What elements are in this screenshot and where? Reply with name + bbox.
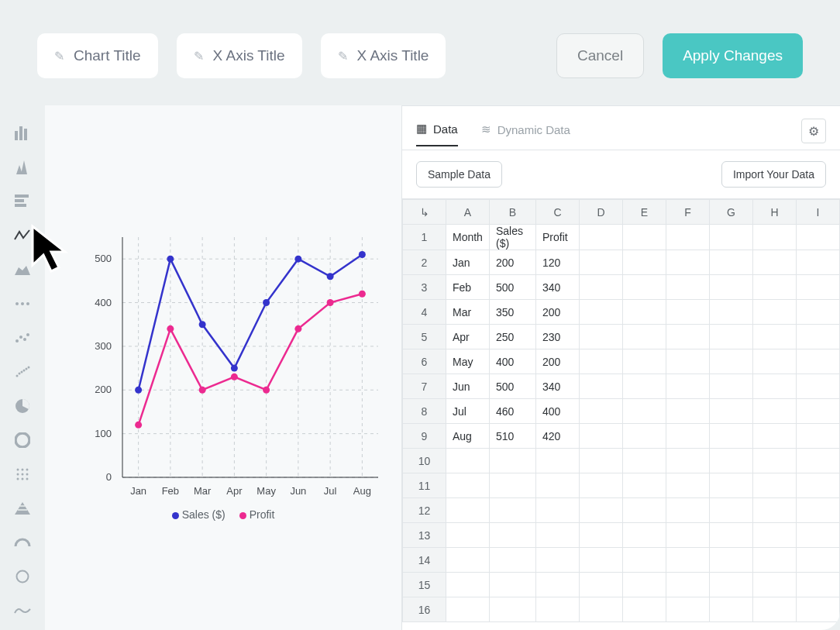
cell[interactable]: 200	[536, 300, 580, 325]
cell[interactable]: Profit	[536, 225, 580, 250]
cell[interactable]	[753, 399, 797, 424]
cell[interactable]	[536, 548, 580, 573]
row-header[interactable]: 14	[403, 548, 446, 573]
cell[interactable]	[580, 473, 623, 498]
cell[interactable]	[710, 473, 753, 498]
x-axis-title-input[interactable]: ✎ X Axis Title	[177, 33, 302, 78]
cell[interactable]	[710, 399, 753, 424]
cell[interactable]	[446, 597, 490, 622]
cell[interactable]	[623, 300, 666, 325]
cell[interactable]	[797, 399, 840, 424]
y-axis-title-input[interactable]: ✎ X Axis Title	[321, 33, 446, 78]
cell[interactable]: Feb	[446, 275, 490, 300]
col-header[interactable]: E	[623, 200, 666, 225]
row-header[interactable]: 5	[403, 325, 446, 349]
cell[interactable]	[623, 573, 666, 597]
cell[interactable]: Jul	[446, 399, 490, 424]
sample-data-button[interactable]: Sample Data	[416, 161, 502, 188]
cell[interactable]: 420	[536, 424, 580, 449]
cell[interactable]: Jan	[446, 250, 490, 275]
cell[interactable]: 500	[490, 275, 536, 300]
cell[interactable]	[710, 597, 753, 622]
cell[interactable]	[580, 374, 623, 399]
cell[interactable]: Mar	[446, 300, 490, 325]
row-header[interactable]: 8	[403, 399, 446, 424]
cell[interactable]	[710, 250, 753, 275]
row-header[interactable]: 6	[403, 349, 446, 374]
cell[interactable]	[753, 325, 797, 349]
horizontal-bar-icon[interactable]	[12, 191, 33, 212]
grid-icon[interactable]	[12, 463, 33, 485]
cell[interactable]	[666, 250, 710, 275]
row-header[interactable]: 4	[403, 300, 446, 325]
cell[interactable]	[666, 300, 710, 325]
cell[interactable]	[623, 325, 666, 349]
cell[interactable]: 400	[490, 349, 536, 374]
cell[interactable]	[580, 523, 623, 548]
cell[interactable]	[623, 523, 666, 548]
cell[interactable]	[623, 548, 666, 573]
cell[interactable]	[536, 573, 580, 597]
cell[interactable]	[710, 424, 753, 449]
cell[interactable]	[580, 225, 623, 250]
cell[interactable]	[623, 275, 666, 300]
cell[interactable]	[710, 325, 753, 349]
cell[interactable]	[536, 597, 580, 622]
pie-chart-icon[interactable]	[12, 395, 33, 417]
cell[interactable]: Month	[446, 225, 490, 250]
cell[interactable]	[580, 573, 623, 597]
cell[interactable]	[446, 523, 490, 548]
cell[interactable]: 200	[490, 250, 536, 275]
cell[interactable]	[797, 523, 840, 548]
cell[interactable]: 120	[536, 250, 580, 275]
row-header[interactable]: 11	[403, 473, 446, 498]
cell[interactable]: Jun	[446, 374, 490, 399]
settings-button[interactable]: ⚙	[801, 119, 826, 143]
cell[interactable]	[710, 349, 753, 374]
col-header[interactable]: F	[666, 200, 710, 225]
cell[interactable]	[666, 548, 710, 573]
cell[interactable]	[753, 349, 797, 374]
cell[interactable]	[623, 349, 666, 374]
cell[interactable]	[446, 498, 490, 523]
cell[interactable]	[623, 449, 666, 473]
cell[interactable]	[753, 573, 797, 597]
cell[interactable]	[666, 498, 710, 523]
cell[interactable]	[797, 597, 840, 622]
cell[interactable]	[797, 275, 840, 300]
tab-dynamic-data[interactable]: ≋ Dynamic Data	[481, 122, 570, 146]
cell[interactable]	[536, 473, 580, 498]
cell[interactable]: Sales ($)	[490, 225, 536, 250]
cell[interactable]	[446, 473, 490, 498]
cell[interactable]	[490, 548, 536, 573]
cell[interactable]	[797, 300, 840, 325]
cell[interactable]	[666, 399, 710, 424]
pyramid-icon[interactable]	[12, 497, 33, 519]
cell[interactable]	[710, 548, 753, 573]
col-header[interactable]: A	[446, 200, 490, 225]
cell[interactable]	[580, 449, 623, 473]
cell[interactable]	[710, 225, 753, 250]
cell[interactable]: 340	[536, 275, 580, 300]
cell[interactable]	[797, 424, 840, 449]
cell[interactable]: 400	[536, 399, 580, 424]
cell[interactable]	[666, 573, 710, 597]
cell[interactable]	[710, 523, 753, 548]
cell[interactable]	[623, 424, 666, 449]
dots-1-icon[interactable]	[12, 293, 33, 315]
cell[interactable]	[490, 498, 536, 523]
row-header[interactable]: 15	[403, 573, 446, 597]
wave-icon[interactable]	[12, 600, 33, 621]
spreadsheet[interactable]: ↳ABCDEFGHI1MonthSales ($)Profit2Jan20012…	[402, 198, 840, 622]
cell[interactable]	[666, 275, 710, 300]
row-header[interactable]: 12	[403, 498, 446, 523]
cell[interactable]	[536, 498, 580, 523]
cell[interactable]	[710, 573, 753, 597]
cell[interactable]	[580, 325, 623, 349]
cancel-button[interactable]: Cancel	[556, 33, 644, 78]
cell[interactable]	[753, 225, 797, 250]
cell[interactable]	[446, 449, 490, 473]
cell[interactable]	[666, 349, 710, 374]
cell[interactable]	[710, 300, 753, 325]
cell[interactable]	[666, 449, 710, 473]
